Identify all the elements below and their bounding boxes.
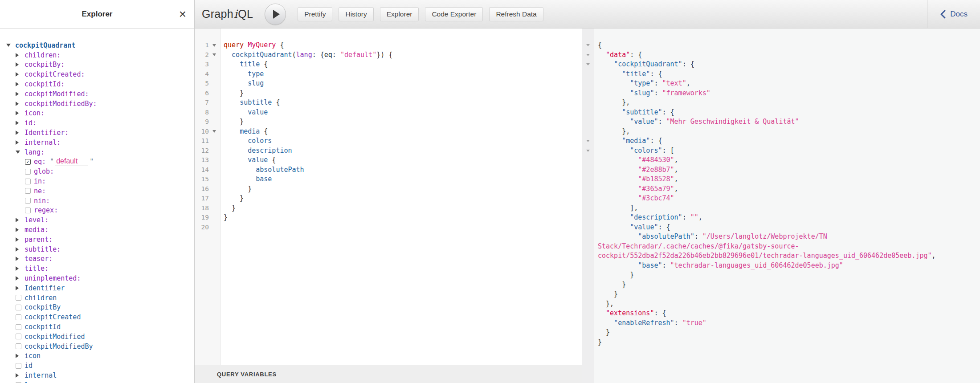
tree-label: ne: (34, 187, 46, 195)
caret-right-icon[interactable] (16, 62, 19, 67)
checkbox[interactable] (16, 334, 21, 339)
tree-row-cockpitcreated[interactable]: cockpitCreated: (6, 69, 194, 79)
caret-right-icon[interactable] (16, 82, 19, 86)
tree-row-children[interactable]: children (6, 293, 194, 303)
checkbox[interactable] (25, 188, 31, 194)
query-variables-bar[interactable]: QUERY VARIABLES (195, 365, 582, 383)
caret-right-icon[interactable] (16, 276, 19, 281)
caret-right-icon[interactable] (16, 266, 19, 271)
checkbox[interactable] (16, 343, 21, 349)
caret-right-icon[interactable] (16, 53, 19, 57)
checkbox[interactable] (25, 179, 31, 184)
tree-row-cockpitby[interactable]: cockpitBy (6, 303, 194, 313)
line-number: 18 (195, 204, 209, 213)
close-explorer-button[interactable]: × (179, 0, 186, 29)
checkbox[interactable] (25, 208, 31, 213)
tree-row-title[interactable]: title: (6, 264, 194, 273)
tree-row-children[interactable]: children: (6, 50, 194, 60)
tree-row-internal[interactable]: internal: (6, 138, 194, 147)
tree-row-icon[interactable]: icon (6, 351, 194, 361)
checkbox[interactable]: ✓ (25, 159, 31, 165)
caret-right-icon[interactable] (16, 130, 19, 135)
tree-row-uninplemented[interactable]: uninplemented: (6, 273, 194, 283)
line-number: 7 (195, 98, 209, 108)
caret-right-icon[interactable] (16, 140, 19, 145)
code-line: description (224, 146, 582, 156)
tree-row-cockpitby[interactable]: cockpitBy: (6, 60, 194, 70)
tree-row-cockpitmodifiedby[interactable]: cockpitModifiedBy: (6, 99, 194, 109)
fold-icon[interactable] (586, 140, 590, 142)
tree-row-level[interactable]: level: (6, 215, 194, 225)
tree-row-cockpitid[interactable]: cockpitId: (6, 79, 194, 89)
code-line: "absolutePath": "/Users/langlotz/Webproj… (598, 232, 980, 242)
tree-row-ne[interactable]: ne: (6, 186, 194, 196)
checkbox[interactable] (16, 314, 21, 320)
tree-row-id[interactable]: id: (6, 118, 194, 128)
caret-right-icon[interactable] (16, 247, 19, 252)
tree-row-eq[interactable]: ✓eq: "default" (6, 157, 194, 167)
tree-row-cockpitmodifiedby[interactable]: cockpitModifiedBy (6, 342, 194, 351)
fold-icon[interactable] (212, 53, 216, 56)
caret-right-icon[interactable] (16, 237, 19, 242)
checkbox[interactable] (16, 305, 21, 310)
query-code[interactable]: query MyQuery { cockpitQuadrant(lang: {e… (220, 29, 582, 365)
tree-row-identifier[interactable]: Identifier (6, 283, 194, 293)
tree-row-icon[interactable]: icon: (6, 109, 194, 118)
caret-right-icon[interactable] (16, 72, 19, 77)
tree-label: cockpitModifiedBy (24, 342, 93, 350)
caret-right-icon[interactable] (16, 286, 19, 290)
docs-button[interactable]: Docs (927, 0, 980, 28)
tree-row-cockpitmodified[interactable]: cockpitModified: (6, 89, 194, 99)
tree-row-nin[interactable]: nin: (6, 196, 194, 206)
toolbar-button-refresh-data[interactable]: Refresh Data (489, 7, 543, 21)
tree-row-lang[interactable]: lang: (6, 147, 194, 157)
tree-row-cockpitcreated[interactable]: cockpitCreated (6, 312, 194, 322)
caret-right-icon[interactable] (16, 373, 19, 378)
tree-row-id[interactable]: id (6, 361, 194, 371)
caret-right-icon[interactable] (16, 92, 19, 96)
fold-icon[interactable] (212, 44, 216, 47)
tree-row-identifier[interactable]: Identifier: (6, 128, 194, 138)
checkbox[interactable] (16, 295, 21, 301)
checkbox[interactable] (25, 169, 31, 175)
toolbar-button-prettify[interactable]: Prettify (298, 7, 332, 21)
tree-row-cockpitid[interactable]: cockpitId (6, 322, 194, 332)
tree-label: title: (24, 265, 49, 273)
tree-row-subtitle[interactable]: subtitle: (6, 244, 194, 254)
checkbox[interactable] (25, 198, 31, 204)
caret-down-icon[interactable] (16, 151, 20, 154)
caret-right-icon[interactable] (16, 354, 19, 358)
tree-row-in[interactable]: in: (6, 176, 194, 186)
code-line: } (598, 328, 980, 338)
fold-icon[interactable] (212, 130, 216, 133)
tree-row-glob[interactable]: glob: (6, 167, 194, 176)
checkbox[interactable] (16, 324, 21, 330)
checkbox[interactable] (16, 363, 21, 369)
tree-row-regex[interactable]: regex: (6, 206, 194, 216)
execute-button[interactable] (265, 4, 286, 25)
tree-row-cockpitquadrant[interactable]: cockpitQuadrant (6, 41, 194, 50)
tree-row-parent[interactable]: parent: (6, 235, 194, 244)
caret-right-icon[interactable] (16, 102, 19, 106)
argument-value-input[interactable]: default (55, 157, 88, 166)
tree-row-lang[interactable]: lang (6, 380, 194, 383)
tree-row-cockpitmodified[interactable]: cockpitModified (6, 332, 194, 342)
caret-right-icon[interactable] (16, 257, 19, 261)
tree-row-teaser[interactable]: teaser: (6, 254, 194, 264)
toolbar-button-code-exporter[interactable]: Code Exporter (425, 7, 483, 21)
caret-down-icon[interactable] (6, 44, 11, 47)
toolbar-button-history[interactable]: History (339, 7, 373, 21)
caret-right-icon[interactable] (16, 121, 19, 125)
tree-row-internal[interactable]: internal (6, 371, 194, 380)
tree-label: cockpitModified (24, 333, 85, 341)
fold-icon[interactable] (586, 63, 590, 65)
toolbar-button-explorer[interactable]: Explorer (380, 7, 419, 21)
caret-right-icon[interactable] (16, 111, 19, 115)
code-line: { (598, 41, 980, 50)
fold-icon[interactable] (586, 44, 590, 46)
tree-row-media[interactable]: media: (6, 225, 194, 235)
fold-icon[interactable] (586, 54, 590, 56)
caret-right-icon[interactable] (16, 218, 19, 222)
caret-right-icon[interactable] (16, 228, 19, 232)
fold-icon[interactable] (586, 150, 590, 152)
